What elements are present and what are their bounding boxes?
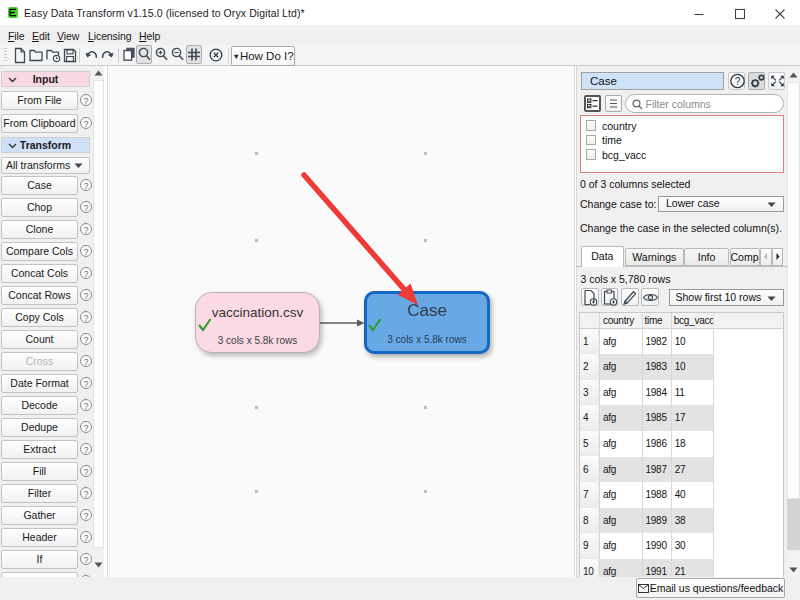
- svg-text:?: ?: [734, 75, 740, 86]
